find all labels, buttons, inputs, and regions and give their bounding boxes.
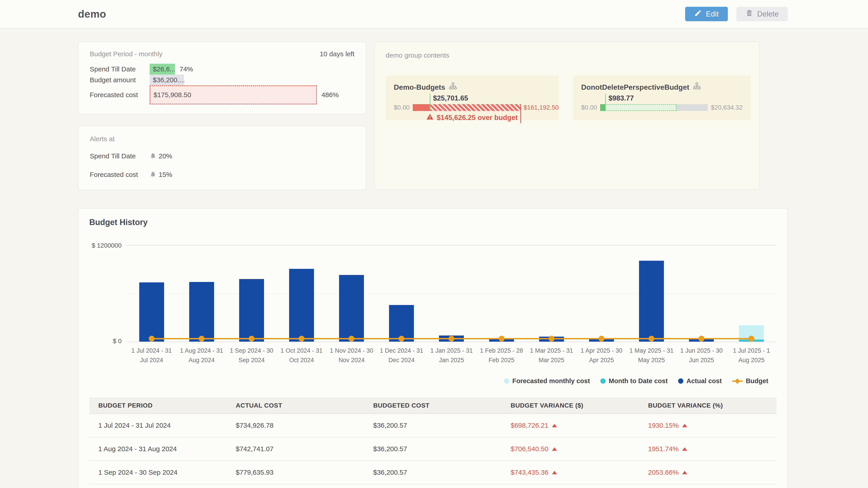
forecast-segment xyxy=(605,104,677,111)
budget-tile-name: DonotDeletePerspectiveBudget xyxy=(581,82,742,92)
group-contents-title: demo group contents xyxy=(385,52,748,59)
table-column-header: BUDGET VARIANCE ($) xyxy=(502,397,639,414)
actual-cost-bar[interactable] xyxy=(639,261,664,341)
budget-point[interactable] xyxy=(598,336,604,341)
chart-slot: 1 Oct 2024 - 31 Oct 2024 xyxy=(276,245,327,341)
budget-tile-bar[interactable]: $145,626.25 over budget$25,701.65 xyxy=(413,104,520,111)
budget-history-title: Budget History xyxy=(89,218,776,227)
budget-point[interactable] xyxy=(748,336,754,341)
page-title: demo xyxy=(78,8,106,20)
variance-value: $743,435.36 xyxy=(510,468,639,476)
variance-text: 2053.66% xyxy=(648,468,679,476)
budget-point[interactable] xyxy=(399,336,404,341)
x-axis-label: 1 Jul 2024 - 31 Jul 2024 xyxy=(127,346,176,365)
legend-item-forecasted-monthly-cost[interactable]: Forecasted monthly cost xyxy=(504,377,590,385)
budget-point[interactable] xyxy=(299,336,305,341)
triangle-up-icon xyxy=(552,424,557,427)
budget-period-title: Budget Period - monthly xyxy=(90,50,162,58)
actual-cost-bar[interactable] xyxy=(139,283,164,341)
chart-legend: Forecasted monthly costMonth to Date cos… xyxy=(89,377,776,385)
x-axis-label: 1 May 2025 - 31 May 2025 xyxy=(627,346,676,365)
legend-item-actual-cost[interactable]: Actual cost xyxy=(678,377,722,385)
cell-budgeted: $36,200.57 xyxy=(364,414,502,437)
cell-variance-percent: 1930.15% xyxy=(639,414,776,437)
cell-budgeted: $36,200.57 xyxy=(364,461,502,484)
budget-point[interactable] xyxy=(249,336,254,341)
x-axis-label: 1 Aug 2024 - 31 Aug 2024 xyxy=(178,346,226,365)
x-axis-label: 1 Nov 2024 - 30 Nov 2024 xyxy=(327,346,376,365)
budget-row-percent: 74% xyxy=(180,65,193,73)
budget-point[interactable] xyxy=(348,336,354,341)
overbudget-note-text: $145,626.25 over budget xyxy=(437,113,518,122)
y-axis-zero-label: $ 0 xyxy=(113,337,122,345)
budget-variance-table: BUDGET PERIODACTUAL COSTBUDGETED COSTBUD… xyxy=(89,397,776,484)
variance-value: $698,726.21 xyxy=(510,422,639,429)
budget-point[interactable] xyxy=(699,336,704,341)
budget-point[interactable] xyxy=(149,336,155,341)
variance-text: $706,540.50 xyxy=(510,445,548,453)
hierarchy-icon xyxy=(449,82,457,92)
legend-item-budget[interactable]: Budget xyxy=(732,377,768,385)
alert-threshold-value: 15% xyxy=(159,171,172,178)
budget-point[interactable] xyxy=(499,336,504,341)
budget-tile-bar[interactable]: $983.77 xyxy=(600,104,708,111)
cell-variance-dollars: $706,540.50 xyxy=(502,437,639,461)
budget-tile-name: Demo-Budgets xyxy=(394,82,550,92)
triangle-up-icon xyxy=(682,447,687,451)
alert-row: Forecasted cost15% xyxy=(90,171,354,178)
budget-tile-demo-budgets: Demo-Budgets$0.00$145,626.25 over budget… xyxy=(385,75,559,120)
budget-point[interactable] xyxy=(649,336,654,341)
variance-value: 1951.74% xyxy=(648,445,776,453)
legend-label: Budget xyxy=(746,377,768,385)
budget-point[interactable] xyxy=(448,336,454,341)
budget-period-row-label: Budget amount xyxy=(90,76,150,84)
overbudget-segment xyxy=(430,104,520,111)
actual-cost-bar[interactable] xyxy=(239,279,264,341)
legend-item-month-to-date-cost[interactable]: Month to Date cost xyxy=(600,377,668,385)
actual-cost-bar[interactable] xyxy=(339,275,364,341)
table-row: 1 Aug 2024 - 31 Aug 2024$742,741.07$36,2… xyxy=(89,437,776,461)
trash-icon xyxy=(745,9,753,19)
budget-point[interactable] xyxy=(549,336,555,341)
x-axis-label: 1 Apr 2025 - 30 Apr 2025 xyxy=(577,346,626,365)
spend-value: $25,701.65 xyxy=(433,94,468,102)
chart-slot: 1 Sep 2024 - 30 Sep 2024 xyxy=(226,245,276,341)
budget-point[interactable] xyxy=(199,336,205,341)
x-axis-label: 1 Jan 2025 - 31 Jan 2025 xyxy=(427,346,475,365)
chart-slot: 1 Aug 2024 - 31 Aug 2024 xyxy=(177,245,226,341)
budget-history-chart: $ 1200000 $ 0 1 Jul 2024 - 31 Jul 20241 … xyxy=(89,245,776,341)
header: demo Edit Delete xyxy=(0,0,868,29)
edit-button[interactable]: Edit xyxy=(685,7,728,21)
table-row: 1 Sep 2024 - 30 Sep 2024$779,635.93$36,2… xyxy=(89,461,776,484)
legend-line-marker xyxy=(732,381,743,382)
chart-slot: 1 Jul 2024 - 31 Jul 2024 xyxy=(127,245,177,341)
cell-actual: $742,741.07 xyxy=(227,437,364,461)
variance-text: $743,435.36 xyxy=(510,468,548,476)
x-axis-baseline xyxy=(127,341,776,342)
cell-period: 1 Sep 2024 - 30 Sep 2024 xyxy=(89,461,227,484)
budget-period-row-label: Spend Till Date xyxy=(90,65,150,73)
chart-slot: 1 Dec 2024 - 31 Dec 2024 xyxy=(377,245,427,341)
budget-period-row: Forecasted cost$175,908.50486% xyxy=(90,86,354,104)
legend-label: Actual cost xyxy=(686,377,722,385)
budget-gray-bar: $36,200.... xyxy=(150,74,184,86)
legend-label: Month to Date cost xyxy=(609,377,668,385)
alert-row-label: Spend Till Date xyxy=(90,152,150,160)
chart-slot: 1 May 2025 - 31 May 2025 xyxy=(627,245,677,341)
legend-marker xyxy=(504,379,509,384)
legend-marker xyxy=(678,379,683,384)
budget-green-bar: $26,6... xyxy=(150,64,175,74)
alert-threshold-value: 20% xyxy=(159,152,172,160)
bell-icon xyxy=(150,152,156,160)
bar-min-label: $0.00 xyxy=(394,104,410,111)
actual-cost-bar[interactable] xyxy=(189,282,214,341)
budget-red-bar: $175,908.50 xyxy=(150,86,317,104)
delete-button[interactable]: Delete xyxy=(737,7,788,21)
triangle-up-icon xyxy=(552,471,557,474)
actual-cost-bar[interactable] xyxy=(289,269,314,341)
bar-max-label: $161,192.50 xyxy=(524,104,559,111)
remaining-segment xyxy=(677,104,708,111)
table-column-header: BUDGET PERIOD xyxy=(89,397,227,414)
chart-slot: 1 Nov 2024 - 30 Nov 2024 xyxy=(327,245,377,341)
cell-variance-dollars: $698,726.21 xyxy=(502,414,639,437)
